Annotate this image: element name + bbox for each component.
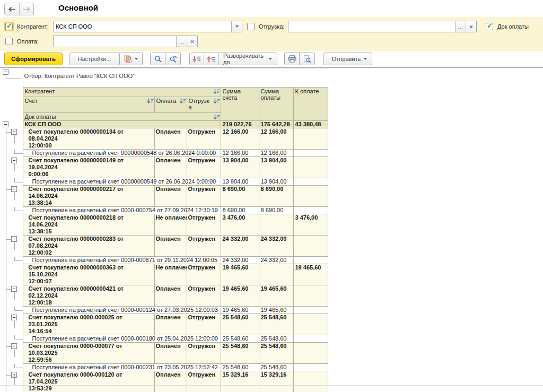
shipment-status-cell[interactable]: Отгружен bbox=[187, 236, 221, 257]
paid-cell[interactable]: 25 548,60 bbox=[259, 314, 293, 335]
due-cell[interactable] bbox=[293, 257, 328, 264]
paid-cell[interactable]: 25 548,60 bbox=[259, 364, 293, 371]
column-header-dok-oplaty[interactable]: Док оплаты bbox=[23, 113, 221, 121]
tree-expander-invoice[interactable] bbox=[11, 186, 17, 192]
paid-cell[interactable]: 8 690,00 bbox=[259, 186, 293, 207]
sum-cell[interactable]: 25 548,60 bbox=[221, 364, 259, 371]
group-name-cell[interactable]: КСК СП ООО bbox=[23, 121, 221, 128]
sum-cell[interactable]: 19 465,60 bbox=[221, 285, 259, 307]
report-filter-info[interactable]: Отбор: Контрагент Равно "КСК СП ООО" bbox=[23, 68, 328, 88]
tree-expander-invoice[interactable] bbox=[11, 315, 17, 320]
search-next-button[interactable] bbox=[165, 53, 181, 65]
paid-cell[interactable]: 24 332,00 bbox=[259, 257, 293, 264]
dok-oplaty-checkbox[interactable] bbox=[486, 23, 493, 30]
payment-status-cell[interactable]: Оплачен bbox=[154, 157, 187, 178]
tree-expander-group[interactable] bbox=[3, 121, 8, 127]
sum-cell[interactable]: 24 332,00 bbox=[221, 257, 259, 264]
print-preview-button[interactable] bbox=[299, 53, 315, 65]
shipment-status-cell[interactable]: Отгружен bbox=[187, 371, 221, 392]
column-header-schet[interactable]: Счет bbox=[23, 97, 154, 113]
tree-expander-invoice[interactable] bbox=[11, 129, 17, 135]
due-cell[interactable] bbox=[293, 157, 328, 178]
due-cell[interactable] bbox=[293, 343, 328, 364]
shipment-status-cell[interactable]: Отгружен bbox=[187, 186, 221, 207]
otgruzka-input[interactable] bbox=[288, 21, 455, 32]
paid-cell[interactable]: 15 329,16 bbox=[259, 371, 293, 392]
sum-cell[interactable]: 8 690,00 bbox=[221, 186, 259, 207]
due-cell[interactable] bbox=[293, 314, 328, 335]
paid-cell[interactable]: 175 642,28 bbox=[259, 121, 293, 128]
payment-status-cell[interactable]: Оплачен bbox=[154, 343, 187, 364]
column-header-summa-scheta[interactable]: Сумма счета bbox=[221, 88, 259, 121]
sum-cell[interactable]: 12 166,00 bbox=[221, 150, 259, 157]
due-cell[interactable] bbox=[293, 307, 328, 314]
tree-expander-invoice[interactable] bbox=[11, 158, 17, 163]
shipment-status-cell[interactable]: Отгружен bbox=[187, 264, 221, 285]
sum-cell[interactable]: 25 548,60 bbox=[221, 343, 259, 364]
due-cell[interactable] bbox=[293, 364, 328, 371]
search-button[interactable] bbox=[150, 53, 165, 65]
column-header-kontragent[interactable]: Контрагент bbox=[23, 88, 221, 97]
invoice-doc-cell[interactable]: Счет покупателю 00000000218 от 14.06.202… bbox=[23, 214, 154, 236]
shipment-status-cell[interactable]: Отгружен bbox=[187, 343, 221, 364]
forward-button[interactable] bbox=[19, 3, 33, 15]
payment-status-cell[interactable]: Не оплачен bbox=[154, 214, 187, 236]
tree-expander-root[interactable] bbox=[3, 69, 8, 75]
payment-doc-cell[interactable]: Поступление на расчетный счет 0000-00075… bbox=[23, 207, 221, 214]
payment-status-cell[interactable]: Оплачен bbox=[154, 285, 187, 307]
sum-cell[interactable]: 219 022,76 bbox=[221, 121, 259, 128]
column-header-k-oplate[interactable]: К оплате bbox=[293, 88, 328, 121]
paid-cell[interactable]: 24 332,00 bbox=[259, 236, 293, 257]
sum-cell[interactable]: 12 166,00 bbox=[221, 128, 259, 150]
column-header-oplata[interactable]: Оплата bbox=[154, 97, 187, 113]
collapse-groups-button[interactable] bbox=[189, 53, 204, 65]
invoice-doc-cell[interactable]: Счет покупателю 0000-000120 от 17.04.202… bbox=[23, 371, 154, 392]
send-button[interactable]: Отправить bbox=[323, 53, 372, 65]
due-cell[interactable] bbox=[293, 128, 328, 150]
payment-doc-cell[interactable]: Поступление на расчетный счет 0000-00023… bbox=[23, 364, 221, 371]
sum-cell[interactable]: 3 476,00 bbox=[221, 214, 259, 236]
due-cell[interactable] bbox=[293, 236, 328, 257]
otgruzka-select-button[interactable]: … bbox=[455, 21, 466, 32]
shipment-status-cell[interactable]: Отгружен bbox=[187, 157, 221, 178]
paid-cell[interactable]: 12 166,00 bbox=[259, 150, 293, 157]
sum-cell[interactable]: 24 332,00 bbox=[221, 236, 259, 257]
expand-to-button[interactable]: Разворачивать до bbox=[218, 53, 277, 65]
oplata-input[interactable] bbox=[54, 36, 176, 47]
tree-expander-invoice[interactable] bbox=[11, 236, 17, 242]
sum-cell[interactable]: 13 904,00 bbox=[221, 157, 259, 178]
due-cell[interactable] bbox=[293, 335, 328, 343]
sum-cell[interactable]: 8 690,00 bbox=[221, 207, 259, 214]
payment-doc-cell[interactable]: Поступление на расчетный счет 0000-00087… bbox=[23, 257, 221, 264]
kontragent-checkbox[interactable] bbox=[5, 23, 13, 30]
shipment-status-cell[interactable]: Отгружен bbox=[187, 314, 221, 335]
invoice-doc-cell[interactable]: Счет покупателю 0000-000025 от 23.01.202… bbox=[23, 314, 154, 335]
shipment-status-cell[interactable]: Отгружен bbox=[187, 214, 221, 236]
paid-cell[interactable]: 13 904,00 bbox=[259, 178, 293, 186]
paid-cell[interactable] bbox=[259, 264, 293, 285]
settings-button[interactable]: Настройки... bbox=[69, 53, 120, 65]
due-cell[interactable]: 19 465,60 bbox=[293, 264, 328, 285]
oplata-checkbox[interactable] bbox=[5, 38, 13, 45]
sum-cell[interactable]: 25 548,60 bbox=[221, 335, 259, 343]
invoice-doc-cell[interactable]: Счет покупателю 00000000134 от 08.04.202… bbox=[23, 128, 154, 150]
paid-cell[interactable]: 25 548,60 bbox=[259, 343, 293, 364]
kontragent-combo-button[interactable] bbox=[231, 21, 242, 32]
payment-doc-cell[interactable]: Поступление на расчетный счет 0000000054… bbox=[23, 150, 221, 157]
payment-status-cell[interactable]: Не оплачен bbox=[154, 264, 187, 285]
payment-status-cell[interactable]: Оплачен bbox=[154, 371, 187, 392]
due-cell[interactable] bbox=[293, 285, 328, 307]
invoice-doc-cell[interactable]: Счет покупателю 00000000363 от 15.10.202… bbox=[23, 264, 154, 285]
payment-status-cell[interactable]: Оплачен bbox=[154, 314, 187, 335]
kontragent-input[interactable] bbox=[54, 21, 231, 32]
report-variants-button[interactable] bbox=[119, 53, 143, 65]
invoice-doc-cell[interactable]: Счет покупателю 00000000217 от 14.06.202… bbox=[23, 186, 154, 207]
invoice-doc-cell[interactable]: Счет покупателю 00000000421 от 02.12.202… bbox=[23, 285, 154, 307]
payment-status-cell[interactable]: Оплачен bbox=[154, 236, 187, 257]
expand-groups-button[interactable] bbox=[204, 53, 218, 65]
due-cell[interactable] bbox=[293, 150, 328, 157]
generate-button[interactable]: Сформировать bbox=[4, 53, 63, 65]
paid-cell[interactable]: 8 690,00 bbox=[259, 207, 293, 214]
paid-cell[interactable]: 12 166,00 bbox=[259, 128, 293, 150]
paid-cell[interactable]: 19 465,60 bbox=[259, 307, 293, 314]
